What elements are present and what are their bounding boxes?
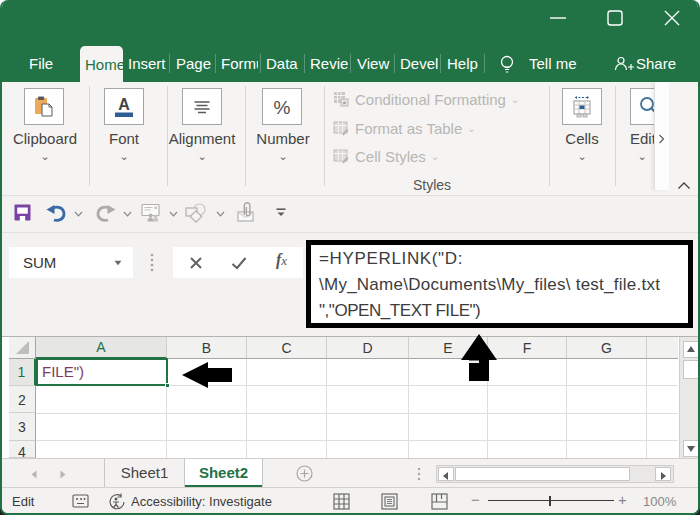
svg-text:A: A	[118, 96, 130, 113]
svg-text:%: %	[274, 96, 291, 117]
